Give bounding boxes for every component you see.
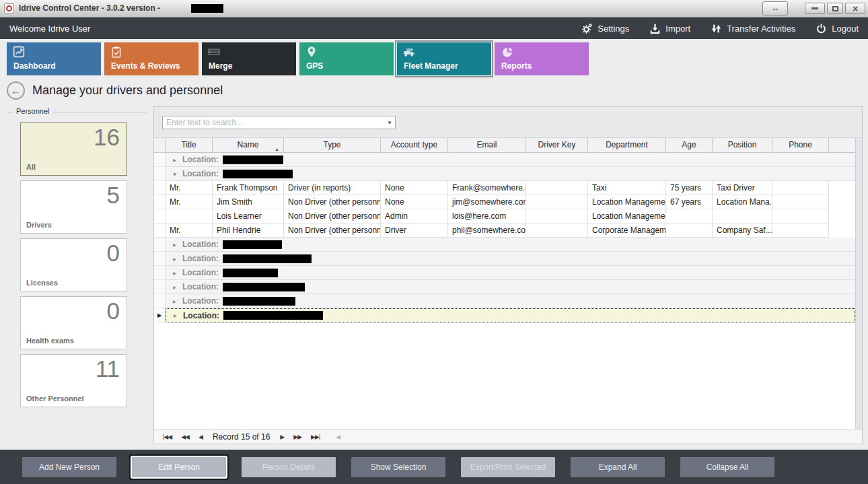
location-group-row[interactable]: ▾Location: [154, 167, 855, 181]
location-group-row[interactable]: ▶▸Location: [154, 308, 855, 322]
maximize-button[interactable] [827, 3, 843, 14]
chart-icon [13, 46, 25, 58]
expand-group-icon[interactable]: ▸ [171, 255, 178, 263]
tab-merge[interactable]: MERGEMerge [202, 42, 296, 75]
show-selection-button[interactable]: Show Selection [351, 457, 445, 477]
cell-type: Non Driver (other personnel) [284, 223, 381, 238]
transfer-activities-label: Transfer Activities [727, 24, 795, 34]
collapse-group-icon[interactable]: ▾ [171, 170, 178, 178]
card-count: 11 [96, 355, 120, 382]
nav-prev-page-button[interactable]: ◀◀ [176, 434, 194, 440]
column-header-driver-key[interactable]: Driver Key [526, 138, 588, 152]
power-icon [816, 23, 827, 34]
expand-group-icon[interactable]: ▸ [171, 283, 178, 291]
merge-icon: MERGE [208, 46, 220, 58]
row-indicator-cell [154, 195, 166, 209]
column-header-type[interactable]: Type [284, 138, 381, 152]
tab-label: Merge [209, 61, 232, 71]
nav-next-page-button[interactable]: ▶▶ [289, 434, 306, 440]
cell-position: Location Mana... [713, 195, 772, 209]
tab-label: Events & Reviews [111, 61, 180, 71]
row-indicator-cell: ▶ [154, 308, 166, 322]
location-group-row[interactable]: ▸Location: [154, 280, 855, 294]
logout-button[interactable]: Logout [816, 23, 859, 34]
person-row-phil-hendrie[interactable]: Mr.Phil HendrieNon Driver (other personn… [154, 223, 855, 238]
cell-driver-key [526, 195, 588, 209]
tab-dashboard[interactable]: Dashboard [7, 42, 101, 75]
sidebar-card-health-exams[interactable]: 0Health exams [20, 296, 127, 349]
search-input[interactable] [163, 116, 395, 129]
cell-phone [772, 181, 829, 195]
nav-next-button[interactable]: ▶ [275, 434, 289, 440]
cell-title: Mr. [166, 223, 213, 238]
column-header-email[interactable]: Email [448, 138, 526, 152]
cell-phone [772, 209, 829, 223]
sidebar-card-licenses[interactable]: 0Licenses [20, 238, 127, 291]
nav-last-button[interactable]: ▶▶| [306, 434, 324, 440]
vertical-scrollbar[interactable] [855, 138, 862, 429]
person-details-button[interactable]: Person Details [242, 457, 336, 477]
column-header-name[interactable]: Name▲ [213, 138, 284, 152]
maximize-icon [832, 6, 838, 11]
person-row-lois-learner[interactable]: Lois LearnerNon Driver (other personnel)… [154, 209, 855, 223]
column-header-account-type[interactable]: Account type [381, 138, 448, 152]
tab-label: Reports [501, 61, 532, 71]
tab-reports[interactable]: Reports [495, 42, 589, 75]
location-group-row[interactable]: ▸Location: [154, 266, 855, 280]
expand-group-icon[interactable]: ▸ [172, 312, 179, 319]
cell-name: Lois Learner [213, 209, 284, 223]
expand-group-icon[interactable]: ▸ [171, 241, 178, 248]
location-group-row[interactable]: ▸Location: [154, 252, 855, 266]
location-group-row[interactable]: ▸Location: [154, 153, 855, 167]
person-row-jim-smith[interactable]: Mr.Jim SmithNon Driver (other personnel)… [154, 195, 855, 209]
close-icon: × [853, 4, 858, 13]
tab-gps[interactable]: GPS [299, 42, 394, 75]
cell-department: Taxi [588, 181, 666, 195]
transfer-activities-button[interactable]: Transfer Activities [711, 23, 795, 34]
location-group-row[interactable]: ▸Location: [154, 294, 855, 308]
hscroll-left-button[interactable]: ◀ [331, 434, 345, 440]
location-group-row[interactable]: ▸Location: [154, 238, 855, 252]
location-redaction [223, 283, 305, 291]
group-label: Location: [182, 240, 219, 249]
cell-email: Frank@somewhere.c... [448, 181, 526, 195]
close-button[interactable]: × [845, 3, 865, 14]
column-header-title[interactable]: Title [166, 138, 213, 152]
minimize-button[interactable] [805, 3, 825, 14]
column-header-position[interactable]: Position [713, 138, 772, 152]
back-button[interactable]: ← [7, 81, 25, 100]
expand-all-button[interactable]: Expand All [571, 457, 665, 477]
add-new-person-button[interactable]: Add New Person [22, 457, 116, 477]
cell-account-type: None [381, 195, 448, 209]
personnel-grid: TitleName▲TypeAccount typeEmailDriver Ke… [154, 138, 855, 429]
column-header-department[interactable]: Department [588, 138, 666, 152]
sidebar-title: Personnel [13, 107, 52, 115]
sidebar-card-other-personnel[interactable]: 11Other Personnel [20, 354, 127, 407]
expand-group-icon[interactable]: ▸ [171, 156, 178, 164]
expand-group-icon[interactable]: ▸ [171, 269, 178, 277]
person-row-frank-thompson[interactable]: Mr.Frank ThompsonDriver (in reports)None… [154, 181, 855, 195]
sidebar-card-all[interactable]: 16All [20, 123, 127, 176]
location-redaction [223, 170, 293, 178]
nav-first-button[interactable]: |◀◀ [158, 434, 176, 440]
column-header-phone[interactable]: Phone [772, 138, 829, 152]
cell-department: Location Management [588, 209, 666, 223]
sidebar-card-drivers[interactable]: 5Drivers [20, 180, 127, 234]
column-header-age[interactable]: Age [666, 138, 713, 152]
location-redaction [223, 311, 323, 320]
collapse-all-button[interactable]: Collapse All [680, 457, 774, 477]
cell-position [713, 209, 772, 223]
cell-name: Jim Smith [213, 195, 284, 209]
import-button[interactable]: Import [649, 23, 690, 34]
nav-prev-button[interactable]: ◀ [194, 434, 207, 440]
export-print-selected-button[interactable]: Export/Print Selected [461, 457, 555, 477]
edit-person-button[interactable]: Edit Person [132, 457, 226, 477]
expand-group-icon[interactable]: ▸ [171, 298, 178, 305]
tab-fleet-manager[interactable]: Fleet Manager [397, 42, 491, 75]
search-dropdown-icon[interactable]: ▼ [387, 120, 392, 126]
settings-button[interactable]: Settings [581, 23, 629, 34]
tab-events-reviews[interactable]: Events & Reviews [104, 42, 198, 75]
row-indicator-cell [154, 153, 166, 167]
resize-window-button[interactable]: ⇔ [762, 1, 788, 15]
row-indicator-icon: ▶ [157, 312, 161, 318]
